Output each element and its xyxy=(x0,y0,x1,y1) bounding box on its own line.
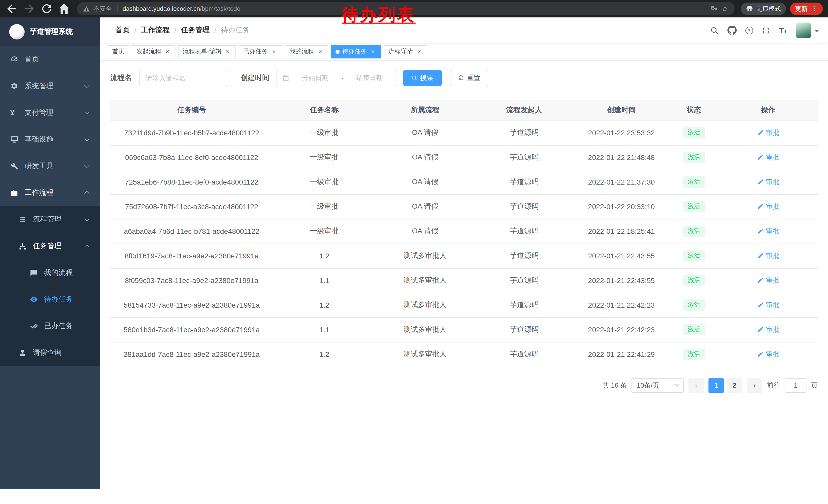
navbar-actions: ? TT xyxy=(710,22,828,38)
sidebar-item-infrastructure[interactable]: 基础设施 xyxy=(0,126,100,153)
chevron-icon xyxy=(84,109,89,114)
forward-icon[interactable] xyxy=(23,2,36,15)
page-size-select[interactable]: 10条/页 xyxy=(631,378,684,393)
next-page-button[interactable]: › xyxy=(747,378,762,393)
date-range-input[interactable]: 开始日期 - 结束日期 xyxy=(277,70,397,86)
approve-link[interactable]: 审批 xyxy=(757,325,779,334)
breadcrumb-workflow[interactable]: 工作流程 xyxy=(141,26,170,35)
status-badge: 激活 xyxy=(683,275,705,286)
update-button[interactable]: 更新 xyxy=(790,3,823,15)
search-button[interactable]: 搜索 xyxy=(403,70,442,86)
page-size-value: 10条/页 xyxy=(637,381,659,390)
sidebar-item-dev-tools[interactable]: 研发工具 xyxy=(0,153,100,179)
user-avatar[interactable] xyxy=(796,22,819,38)
page-button-1[interactable]: 1 xyxy=(708,378,724,393)
logo[interactable]: 芋道管理系统 xyxy=(0,17,100,46)
pencil-icon xyxy=(757,130,764,136)
chevron-icon xyxy=(84,216,89,221)
close-icon[interactable]: × xyxy=(416,48,423,55)
menu-dots-icon[interactable] xyxy=(811,5,818,12)
search-icon[interactable] xyxy=(710,26,718,35)
status-cell: 激活 xyxy=(669,194,719,219)
breadcrumb-home[interactable]: 首页 xyxy=(115,26,130,35)
sidebar-item-task-management[interactable]: 任务管理 xyxy=(0,233,100,260)
fontsize-icon[interactable]: TT xyxy=(779,27,787,34)
tab-done-task[interactable]: 已办任务 × xyxy=(239,45,282,58)
starter-cell: 芋道源码 xyxy=(474,194,574,219)
sidebar-item-my-process[interactable]: 我的流程 xyxy=(0,260,100,286)
create-time-cell: 2022-01-22 21:37:30 xyxy=(574,170,669,194)
status-cell: 激活 xyxy=(669,268,719,293)
sidebar-item-payment-management[interactable]: ¥ 支付管理 xyxy=(0,99,100,126)
breadcrumb-task-management[interactable]: 任务管理 xyxy=(181,26,210,35)
close-icon[interactable]: × xyxy=(271,48,278,55)
sidebar-item-process-management[interactable]: 流程管理 xyxy=(0,206,100,233)
starter-cell: 芋道源码 xyxy=(474,219,574,243)
approve-link[interactable]: 审批 xyxy=(757,202,779,211)
approve-link[interactable]: 审批 xyxy=(757,128,779,137)
process-name-input[interactable] xyxy=(139,70,227,86)
tab-todo-task[interactable]: 待办任务 × xyxy=(331,45,381,58)
sidebar-item-workflow[interactable]: 工作流程 xyxy=(0,179,100,206)
github-icon[interactable] xyxy=(727,26,736,35)
incognito-label: 无痕模式 xyxy=(756,4,781,13)
pencil-icon xyxy=(757,228,764,235)
tab-my-process[interactable]: 我的流程 × xyxy=(285,45,328,58)
approve-link[interactable]: 审批 xyxy=(757,251,779,261)
reload-icon[interactable] xyxy=(40,2,53,15)
logo-title: 芋道管理系统 xyxy=(30,27,73,36)
tab-home[interactable]: 首页 xyxy=(108,45,129,58)
goto-page-input[interactable] xyxy=(785,378,806,393)
create-time-cell: 2022-01-22 18:25:41 xyxy=(574,219,669,243)
process-cell: OA 请假 xyxy=(376,219,474,243)
list-icon xyxy=(18,215,27,224)
sidebar-item-system-management[interactable]: 系统管理 xyxy=(0,73,100,99)
action-cell: 审批 xyxy=(719,170,818,194)
approve-link[interactable]: 审批 xyxy=(757,153,779,162)
task-id-cell: 58154733-7ac8-11ec-a9e2-a2380e71991a xyxy=(110,293,273,317)
annotation-text: 待办列表 xyxy=(342,4,416,27)
star-icon[interactable] xyxy=(721,5,729,12)
prev-page-button[interactable]: ‹ xyxy=(689,378,704,393)
hamburger-icon[interactable] xyxy=(100,26,115,35)
sidebar-item-leave-query[interactable]: 请假查询 xyxy=(0,339,100,366)
sidebar-item-todo-task[interactable]: 待办任务 xyxy=(0,286,100,313)
col-status: 状态 xyxy=(669,100,719,121)
sidebar-item-done-task[interactable]: 已办任务 xyxy=(0,313,100,339)
process-cell: 测试多审批人 xyxy=(376,317,474,342)
tab-label: 已办任务 xyxy=(243,47,268,56)
close-icon[interactable]: × xyxy=(317,48,324,55)
create-time-cell: 2022-01-21 22:41:29 xyxy=(574,342,669,367)
approve-link[interactable]: 审批 xyxy=(757,301,779,310)
security-label[interactable]: 不安全 xyxy=(93,4,112,13)
tool-icon xyxy=(10,162,18,170)
key-icon[interactable] xyxy=(710,5,718,12)
approve-link[interactable]: 审批 xyxy=(757,350,779,359)
pencil-icon xyxy=(757,351,764,358)
tab-process-detail[interactable]: 流程详情 × xyxy=(384,45,427,58)
tab-start-process[interactable]: 发起流程 × xyxy=(132,45,175,58)
pencil-icon xyxy=(757,277,764,284)
close-icon[interactable]: × xyxy=(369,48,377,55)
col-task-name: 任务名称 xyxy=(273,100,376,121)
approve-link[interactable]: 审批 xyxy=(757,177,779,187)
close-icon[interactable]: × xyxy=(164,48,171,55)
status-cell: 激活 xyxy=(669,342,719,367)
approve-link[interactable]: 审批 xyxy=(757,276,779,285)
divider xyxy=(117,5,118,12)
sidebar-item-home[interactable]: 首页 xyxy=(0,46,100,73)
close-icon[interactable]: × xyxy=(224,48,232,55)
status-badge: 激活 xyxy=(683,300,705,311)
create-time-cell: 2022-01-22 20:33:10 xyxy=(574,194,669,219)
approve-link[interactable]: 审批 xyxy=(757,227,779,236)
page-button-2[interactable]: 2 xyxy=(727,378,742,393)
fullscreen-icon[interactable] xyxy=(761,26,770,35)
help-icon[interactable]: ? xyxy=(745,27,753,34)
tab-form-edit[interactable]: 流程表单-编辑 × xyxy=(178,45,236,58)
reset-button[interactable]: 重置 xyxy=(450,70,488,86)
status-cell: 激活 xyxy=(669,243,719,268)
chevron-icon xyxy=(84,136,89,141)
task-id-cell: 725a1eb6-7b88-11ec-8ef0-acde48001122 xyxy=(110,170,273,194)
back-icon[interactable] xyxy=(5,2,18,15)
home-icon[interactable] xyxy=(57,2,71,15)
